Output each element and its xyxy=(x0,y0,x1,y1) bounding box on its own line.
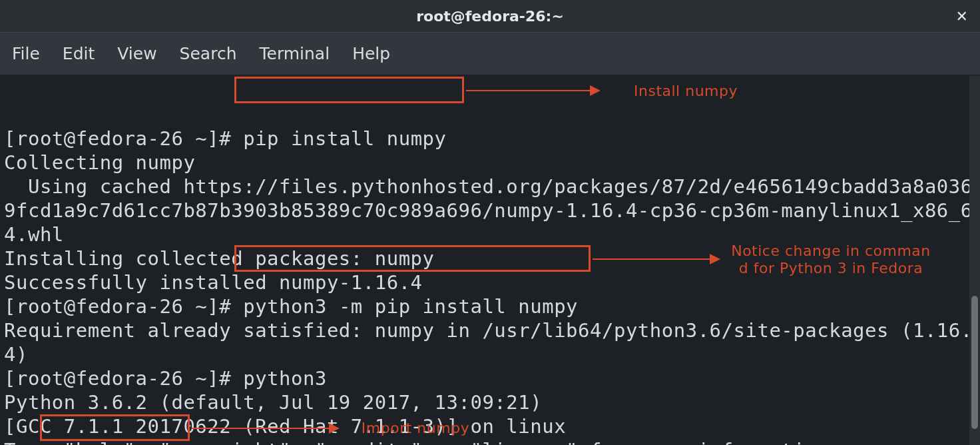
scrollbar-track[interactable] xyxy=(969,76,980,445)
menu-bar: File Edit View Search Terminal Help xyxy=(0,32,980,76)
menu-view[interactable]: View xyxy=(117,44,156,63)
term-out-collecting: Collecting numpy xyxy=(4,151,195,174)
annotation-arrow-icon-1 xyxy=(466,90,599,91)
terminal-window: root@fedora-26:~ ✕ File Edit View Search… xyxy=(0,0,980,445)
menu-terminal[interactable]: Terminal xyxy=(259,44,330,63)
annotation-label-1: Install numpy xyxy=(619,83,752,100)
scrollbar-thumb[interactable] xyxy=(971,296,978,429)
term-out-pyver: Python 3.6.2 (default, Jul 19 2017, 13:0… xyxy=(4,391,542,414)
menu-help[interactable]: Help xyxy=(352,44,390,63)
term-out-gcc: [GCC 7.1.1 20170622 (Red Hat 7.1.1-3)] o… xyxy=(4,415,566,438)
menu-edit[interactable]: Edit xyxy=(63,44,95,63)
term-out-success: Successfully installed numpy-1.16.4 xyxy=(4,271,423,294)
term-cmd-3: python3 xyxy=(243,367,327,390)
terminal-viewport[interactable]: [root@fedora-26 ~]# pip install numpy Co… xyxy=(0,76,980,445)
menu-file[interactable]: File xyxy=(12,44,40,63)
term-out-cached-pre: Using cached xyxy=(4,175,183,198)
window-titlebar: root@fedora-26:~ ✕ xyxy=(0,0,980,32)
window-title: root@fedora-26:~ xyxy=(416,8,564,25)
annotation-highlight-1 xyxy=(234,77,464,103)
menu-search[interactable]: Search xyxy=(180,44,237,63)
term-out-installing: Installing collected packages: numpy xyxy=(4,247,435,270)
terminal-content: [root@fedora-26 ~]# pip install numpy Co… xyxy=(4,127,976,445)
term-prompt-2: [root@fedora-26 ~]# xyxy=(4,295,231,318)
term-out-requirement: Requirement already satisfied: numpy in … xyxy=(4,319,973,366)
term-prompt-1: [root@fedora-26 ~]# xyxy=(4,127,231,150)
term-prompt-3: [root@fedora-26 ~]# xyxy=(4,367,231,390)
term-cmd-1: pip install numpy xyxy=(243,127,446,150)
term-cmd-2: python3 -m pip install numpy xyxy=(243,295,578,318)
close-icon[interactable]: ✕ xyxy=(956,8,968,25)
term-out-typehelp: Type "help", "copyright", "credits" or "… xyxy=(4,439,841,445)
